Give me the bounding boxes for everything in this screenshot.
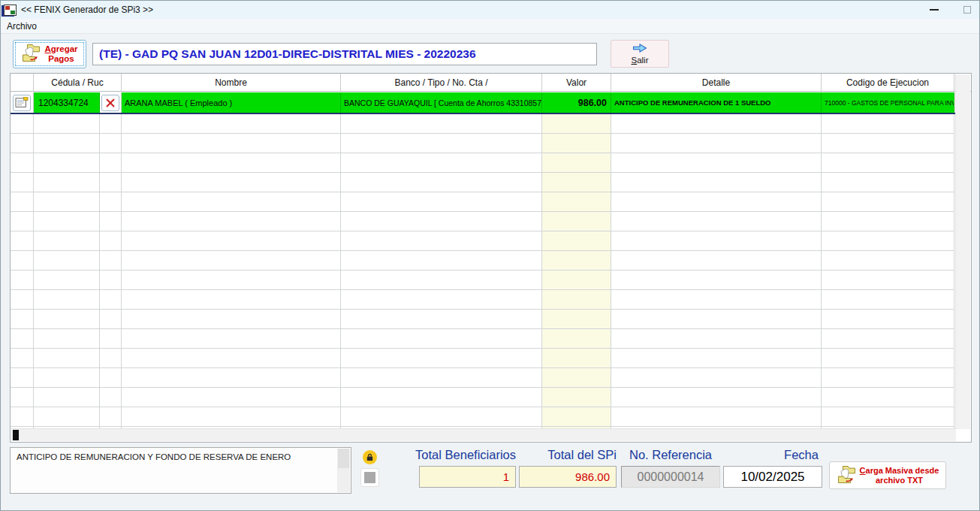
col-header-banco[interactable]: Banco / Tipo / No. Cta / [341,74,542,91]
carga-masiva-button[interactable]: Carga Masiva desde archivo TXT [829,461,946,489]
carga-masiva-label: Carga Masiva desde archivo TXT [860,466,939,485]
descripcion-text: ANTICIPO DE REMUNERACION Y FONDO DE RESE… [17,452,291,461]
empty-cell [34,134,100,153]
empty-cell [822,153,954,173]
salir-label: Salir [631,56,648,65]
empty-cell [11,134,34,153]
edit-row-button[interactable] [13,95,31,111]
empty-row[interactable] [11,329,955,349]
grid-header: Cédula / Ruc Nombre Banco / Tipo / No. C… [11,74,971,92]
empty-cell [11,349,34,368]
empty-cell [122,212,341,231]
empty-cell [341,212,542,231]
col-header-codigo[interactable]: Codigo de Ejecucion [822,74,954,91]
empty-cell [611,349,822,368]
empty-cell [341,329,542,349]
empty-cell [34,310,100,329]
empty-row[interactable] [11,368,955,388]
empty-cell [34,329,100,349]
empty-row[interactable] [11,251,955,271]
empty-cell [611,173,822,192]
grid-vertical-scrollbar[interactable] [955,74,970,429]
minimize-button[interactable] [923,2,945,17]
empty-cell [122,368,341,388]
empty-cell [341,114,542,134]
empty-cell [542,251,611,271]
selected-payment-row[interactable]: 1204334724 ARANA MABEL ( Empleado ) BANC… [11,92,955,114]
empty-cell [34,388,100,407]
empty-cell [100,153,122,173]
empty-cell [122,271,341,290]
empty-row[interactable] [11,290,955,310]
bulk-load-folders-icon [837,464,857,487]
cell-detalle: ANTICIPO DE REMUNERACION DE 1 SUELDO [611,92,822,113]
empty-cell [822,329,954,349]
empty-cell [122,349,341,368]
empty-row[interactable] [11,134,955,153]
color-swatch-button[interactable] [360,468,379,487]
empty-row[interactable] [11,349,955,368]
empty-cell [100,251,122,271]
empty-row[interactable] [11,271,955,290]
empty-cell [822,271,954,290]
empty-cell [822,192,954,212]
empty-cell [122,192,341,212]
restore-button[interactable] [956,2,978,17]
edit-form-icon [15,97,29,109]
descripcion-scrollbar[interactable] [337,449,350,492]
empty-row[interactable] [11,114,955,134]
empty-cell [100,212,122,231]
col-header-valor[interactable]: Valor [542,74,611,91]
cell-codigo: 710000 - GASTOS DE PERSONAL PARA INVERSI [822,92,954,113]
empty-cell [611,231,822,251]
col-header-detalle[interactable]: Detalle [611,74,822,91]
empty-row[interactable] [11,407,955,427]
delete-row-button[interactable] [101,95,119,111]
empty-cell [11,231,34,251]
total-spi-label: Total del SPi [519,448,617,462]
restore-icon [963,6,971,14]
empty-row[interactable] [11,388,955,407]
empty-cell [341,271,542,290]
grid-horizontal-scrollbar[interactable] [11,428,956,441]
empty-cell [542,231,611,251]
empty-cell [100,114,122,134]
delete-x-icon [105,98,116,108]
empty-cell [822,407,954,427]
footer-panel: ANTICIPO DE REMUNERACION Y FONDO DE RESE… [1,444,980,511]
empty-row[interactable] [11,192,955,212]
empty-row[interactable] [11,173,955,192]
descripcion-scroll-thumb[interactable] [338,449,349,468]
empty-cell [11,114,34,134]
empty-cell [122,407,341,427]
fecha-field[interactable]: 10/02/2025 [723,466,822,488]
empty-row[interactable] [11,153,955,173]
empty-cell [341,251,542,271]
empty-cell [611,251,822,271]
empty-cell [542,310,611,329]
horizontal-scroll-thumb[interactable] [13,430,19,440]
empty-cell [822,114,954,134]
empty-cell [122,290,341,310]
col-header-nombre[interactable]: Nombre [122,74,341,91]
empty-row[interactable] [11,231,955,251]
empty-cell [611,407,822,427]
empty-cell [611,192,822,212]
menu-archivo[interactable]: Archivo [1,20,43,33]
referencia-field: 0000000014 [621,466,720,488]
empty-cell [122,231,341,251]
agregar-pagos-button[interactable]: Agregar Pagos [13,40,86,68]
empty-cell [34,251,100,271]
empty-cell [822,310,954,329]
empty-cell [822,388,954,407]
descripcion-textarea[interactable]: ANTICIPO DE REMUNERACION Y FONDO DE RESE… [10,447,351,494]
empty-cell [611,114,822,134]
payments-grid: Cédula / Ruc Nombre Banco / Tipo / No. C… [10,73,972,443]
empty-cell [122,173,341,192]
empty-row[interactable] [11,310,955,329]
salir-button[interactable]: Salir [611,40,669,68]
empty-row[interactable] [11,212,955,231]
entity-title-field[interactable]: (TE) - GAD PQ SAN JUAN 12D01-DIREC-DISTR… [92,43,597,65]
col-header-cedula[interactable]: Cédula / Ruc [34,74,122,91]
empty-cell [611,388,822,407]
